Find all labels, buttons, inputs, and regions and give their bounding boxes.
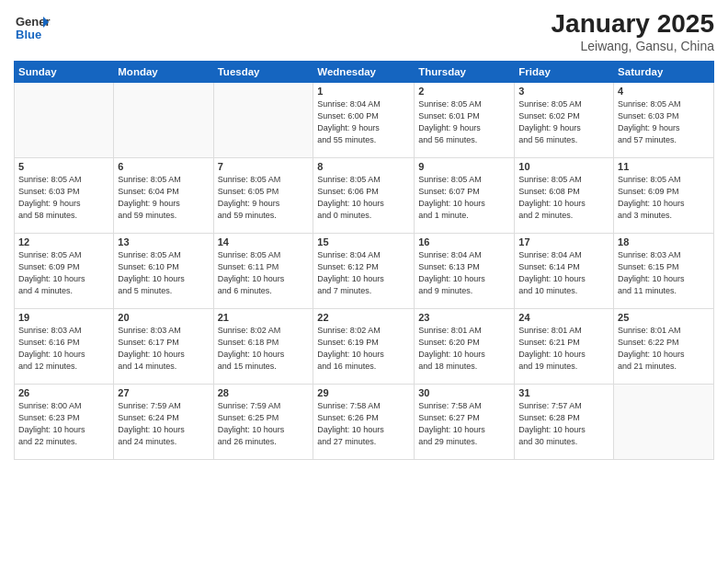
- day-number: 2: [418, 86, 510, 97]
- day-number: 18: [618, 236, 710, 247]
- day-number: 28: [218, 387, 310, 398]
- day-number: 19: [18, 312, 109, 323]
- calendar-cell: [614, 385, 714, 460]
- calendar-cell: [15, 83, 114, 158]
- day-info: Sunrise: 7:59 AM Sunset: 6:24 PM Dayligh…: [118, 400, 209, 448]
- calendar-cell: 9Sunrise: 8:05 AM Sunset: 6:07 PM Daylig…: [415, 158, 515, 234]
- day-number: 24: [518, 312, 609, 323]
- day-number: 22: [317, 312, 410, 323]
- day-info: Sunrise: 8:02 AM Sunset: 6:18 PM Dayligh…: [218, 325, 310, 373]
- calendar-cell: 24Sunrise: 8:01 AM Sunset: 6:21 PM Dayli…: [515, 309, 614, 385]
- day-number: 1: [317, 86, 410, 97]
- calendar-cell: 13Sunrise: 8:05 AM Sunset: 6:10 PM Dayli…: [114, 234, 213, 309]
- day-number: 31: [518, 387, 609, 398]
- calendar-cell: 7Sunrise: 8:05 AM Sunset: 6:05 PM Daylig…: [213, 158, 313, 234]
- day-info: Sunrise: 8:05 AM Sunset: 6:08 PM Dayligh…: [518, 174, 609, 222]
- day-number: 5: [18, 161, 109, 172]
- day-info: Sunrise: 8:05 AM Sunset: 6:10 PM Dayligh…: [118, 249, 209, 297]
- day-info: Sunrise: 8:05 AM Sunset: 6:05 PM Dayligh…: [218, 174, 310, 222]
- day-info: Sunrise: 7:57 AM Sunset: 6:28 PM Dayligh…: [518, 400, 609, 448]
- calendar-cell: 18Sunrise: 8:03 AM Sunset: 6:15 PM Dayli…: [614, 234, 714, 309]
- header-saturday: Saturday: [614, 62, 714, 83]
- header-wednesday: Wednesday: [313, 62, 415, 83]
- day-info: Sunrise: 8:05 AM Sunset: 6:03 PM Dayligh…: [618, 98, 710, 146]
- day-info: Sunrise: 8:05 AM Sunset: 6:06 PM Dayligh…: [317, 174, 410, 222]
- day-number: 8: [317, 161, 410, 172]
- day-info: Sunrise: 8:04 AM Sunset: 6:00 PM Dayligh…: [317, 98, 410, 146]
- calendar-cell: 17Sunrise: 8:04 AM Sunset: 6:14 PM Dayli…: [515, 234, 614, 309]
- day-info: Sunrise: 7:59 AM Sunset: 6:25 PM Dayligh…: [218, 400, 310, 448]
- week-row-4: 26Sunrise: 8:00 AM Sunset: 6:23 PM Dayli…: [15, 385, 714, 460]
- day-number: 12: [18, 236, 109, 247]
- calendar-cell: 16Sunrise: 8:04 AM Sunset: 6:13 PM Dayli…: [415, 234, 515, 309]
- calendar-cell: 31Sunrise: 7:57 AM Sunset: 6:28 PM Dayli…: [515, 385, 614, 460]
- day-number: 21: [218, 312, 310, 323]
- day-number: 26: [18, 387, 109, 398]
- day-number: 9: [418, 161, 510, 172]
- week-row-2: 12Sunrise: 8:05 AM Sunset: 6:09 PM Dayli…: [15, 234, 714, 309]
- day-number: 6: [118, 161, 209, 172]
- day-number: 15: [317, 236, 410, 247]
- calendar: Sunday Monday Tuesday Wednesday Thursday…: [14, 61, 714, 460]
- header: General Blue January 2025 Leiwang, Gansu…: [14, 9, 714, 53]
- calendar-cell: 27Sunrise: 7:59 AM Sunset: 6:24 PM Dayli…: [114, 385, 213, 460]
- calendar-cell: 14Sunrise: 8:05 AM Sunset: 6:11 PM Dayli…: [213, 234, 313, 309]
- calendar-cell: 30Sunrise: 7:58 AM Sunset: 6:27 PM Dayli…: [415, 385, 515, 460]
- day-number: 27: [118, 387, 209, 398]
- day-info: Sunrise: 8:04 AM Sunset: 6:12 PM Dayligh…: [317, 249, 410, 297]
- day-info: Sunrise: 8:04 AM Sunset: 6:14 PM Dayligh…: [518, 249, 609, 297]
- day-info: Sunrise: 8:01 AM Sunset: 6:22 PM Dayligh…: [618, 325, 710, 373]
- day-info: Sunrise: 8:04 AM Sunset: 6:13 PM Dayligh…: [418, 249, 510, 297]
- calendar-cell: 20Sunrise: 8:03 AM Sunset: 6:17 PM Dayli…: [114, 309, 213, 385]
- page: General Blue January 2025 Leiwang, Gansu…: [0, 0, 728, 563]
- day-info: Sunrise: 8:01 AM Sunset: 6:20 PM Dayligh…: [418, 325, 510, 373]
- calendar-cell: 2Sunrise: 8:05 AM Sunset: 6:01 PM Daylig…: [415, 83, 515, 158]
- calendar-cell: 12Sunrise: 8:05 AM Sunset: 6:09 PM Dayli…: [15, 234, 114, 309]
- header-thursday: Thursday: [415, 62, 515, 83]
- svg-text:Blue: Blue: [16, 28, 41, 41]
- day-info: Sunrise: 8:02 AM Sunset: 6:19 PM Dayligh…: [317, 325, 410, 373]
- week-row-0: 1Sunrise: 8:04 AM Sunset: 6:00 PM Daylig…: [15, 83, 714, 158]
- calendar-cell: 1Sunrise: 8:04 AM Sunset: 6:00 PM Daylig…: [313, 83, 415, 158]
- calendar-cell: [114, 83, 213, 158]
- day-info: Sunrise: 8:03 AM Sunset: 6:16 PM Dayligh…: [18, 325, 109, 373]
- day-info: Sunrise: 7:58 AM Sunset: 6:27 PM Dayligh…: [418, 400, 510, 448]
- calendar-cell: 22Sunrise: 8:02 AM Sunset: 6:19 PM Dayli…: [313, 309, 415, 385]
- title-section: January 2025 Leiwang, Gansu, China: [552, 9, 714, 53]
- week-row-1: 5Sunrise: 8:05 AM Sunset: 6:03 PM Daylig…: [15, 158, 714, 234]
- calendar-cell: 26Sunrise: 8:00 AM Sunset: 6:23 PM Dayli…: [15, 385, 114, 460]
- day-number: 17: [518, 236, 609, 247]
- calendar-cell: 21Sunrise: 8:02 AM Sunset: 6:18 PM Dayli…: [213, 309, 313, 385]
- header-friday: Friday: [515, 62, 614, 83]
- location: Leiwang, Gansu, China: [552, 39, 714, 53]
- calendar-cell: 11Sunrise: 8:05 AM Sunset: 6:09 PM Dayli…: [614, 158, 714, 234]
- calendar-cell: 4Sunrise: 8:05 AM Sunset: 6:03 PM Daylig…: [614, 83, 714, 158]
- day-number: 29: [317, 387, 410, 398]
- day-number: 11: [618, 161, 710, 172]
- day-number: 13: [118, 236, 209, 247]
- day-info: Sunrise: 8:05 AM Sunset: 6:09 PM Dayligh…: [618, 174, 710, 222]
- day-number: 10: [518, 161, 609, 172]
- day-info: Sunrise: 8:01 AM Sunset: 6:21 PM Dayligh…: [518, 325, 609, 373]
- calendar-cell: 6Sunrise: 8:05 AM Sunset: 6:04 PM Daylig…: [114, 158, 213, 234]
- day-info: Sunrise: 8:05 AM Sunset: 6:09 PM Dayligh…: [18, 249, 109, 297]
- day-number: 16: [418, 236, 510, 247]
- calendar-cell: 8Sunrise: 8:05 AM Sunset: 6:06 PM Daylig…: [313, 158, 415, 234]
- day-info: Sunrise: 8:05 AM Sunset: 6:11 PM Dayligh…: [218, 249, 310, 297]
- day-number: 3: [518, 86, 609, 97]
- day-number: 30: [418, 387, 510, 398]
- calendar-cell: 3Sunrise: 8:05 AM Sunset: 6:02 PM Daylig…: [515, 83, 614, 158]
- logo: General Blue: [14, 9, 51, 50]
- calendar-cell: 28Sunrise: 7:59 AM Sunset: 6:25 PM Dayli…: [213, 385, 313, 460]
- month-title: January 2025: [552, 9, 714, 39]
- calendar-cell: 5Sunrise: 8:05 AM Sunset: 6:03 PM Daylig…: [15, 158, 114, 234]
- header-tuesday: Tuesday: [213, 62, 313, 83]
- day-info: Sunrise: 8:05 AM Sunset: 6:02 PM Dayligh…: [518, 98, 609, 146]
- header-monday: Monday: [114, 62, 213, 83]
- calendar-cell: 25Sunrise: 8:01 AM Sunset: 6:22 PM Dayli…: [614, 309, 714, 385]
- header-sunday: Sunday: [15, 62, 114, 83]
- day-number: 20: [118, 312, 209, 323]
- day-info: Sunrise: 8:05 AM Sunset: 6:01 PM Dayligh…: [418, 98, 510, 146]
- day-number: 25: [618, 312, 710, 323]
- calendar-cell: 19Sunrise: 8:03 AM Sunset: 6:16 PM Dayli…: [15, 309, 114, 385]
